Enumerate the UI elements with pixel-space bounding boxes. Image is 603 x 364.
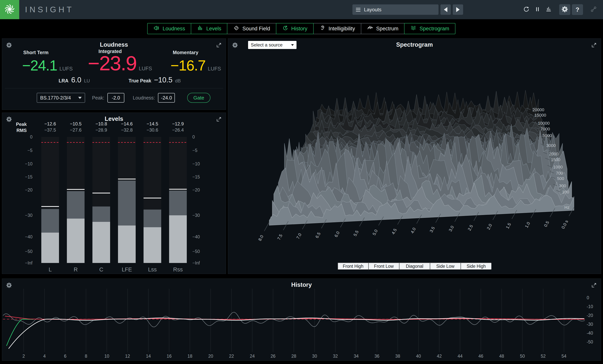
time-label: 2.0 — [486, 223, 493, 230]
soundfield-icon — [233, 25, 240, 33]
freq-label: 300 — [559, 183, 566, 188]
peak-target-line — [144, 142, 161, 143]
panel-title: Loudness — [2, 41, 226, 48]
tab-sound-field[interactable]: Sound Field — [227, 23, 276, 34]
time-label: 3.0 — [448, 225, 455, 232]
true-peak-unit: dB — [175, 78, 181, 84]
peak-hold-line — [41, 206, 59, 207]
time-label: 5.5 — [353, 229, 359, 237]
channel-label-Lss: Lss — [139, 266, 166, 273]
tab-spectrum[interactable]: Spectrum — [361, 23, 405, 34]
history-x-label: 36 — [371, 354, 383, 359]
peak-value-L: −12.6 — [37, 121, 64, 126]
time-label: 7.0 — [295, 232, 302, 240]
meter-LFE[interactable] — [118, 137, 136, 263]
view-button-front-low[interactable]: Front Low — [368, 262, 399, 270]
intelligibility-icon — [319, 25, 326, 33]
db-tick-label: −50 — [192, 249, 212, 254]
meter-body — [169, 191, 187, 215]
signal-chain-button[interactable] — [588, 4, 599, 15]
meter-Rss[interactable] — [169, 137, 187, 263]
layout-prev-button[interactable] — [441, 4, 451, 15]
layouts-label: Layouts — [364, 7, 382, 13]
tab-history[interactable]: History — [276, 23, 313, 34]
reset-meters-button[interactable] — [543, 4, 554, 15]
momentary-label: Momentary — [173, 50, 198, 55]
time-label: 6.0 — [333, 230, 340, 238]
help-icon: ? — [576, 6, 579, 13]
tab-loudness[interactable]: Loudness — [147, 23, 191, 34]
hamburger-icon — [356, 8, 360, 11]
settings-button[interactable] — [559, 4, 570, 15]
channel-label-C: C — [88, 266, 115, 273]
freq-label: 2000 — [549, 152, 558, 156]
tab-bar: LoudnessLevelsSound FieldHistoryIntellig… — [0, 23, 603, 34]
db-tick-label: −40 — [192, 234, 212, 239]
history-icon — [282, 25, 289, 33]
time-label: 4.5 — [391, 228, 398, 235]
expand-icon[interactable] — [590, 41, 598, 49]
source-select[interactable]: Select a source — [248, 41, 297, 49]
previous-icon — [444, 7, 447, 12]
peak-value-Rss: −12.9 — [164, 121, 191, 126]
reset-button[interactable] — [521, 4, 532, 15]
meter-R[interactable] — [67, 137, 84, 263]
db-tick-label: −20 — [192, 187, 212, 193]
time-label: 4.0 — [410, 227, 417, 234]
expand-icon[interactable] — [215, 115, 223, 123]
history-x-label: 10 — [101, 354, 113, 359]
help-button[interactable]: ? — [572, 4, 583, 15]
peak-input[interactable] — [107, 93, 124, 102]
peak-hold-line — [169, 189, 187, 190]
rms-value-R: −27.6 — [62, 127, 89, 133]
source-select-value: Select a source — [251, 42, 282, 48]
layout-next-button[interactable] — [453, 4, 463, 15]
history-y-label: -50 — [587, 339, 593, 345]
tab-levels[interactable]: Levels — [191, 23, 227, 34]
integrated-value-group: −23.9 LUFS — [88, 52, 152, 75]
freq-label: 1500 — [551, 157, 560, 162]
history-gridlines — [24, 289, 564, 352]
db-tick-label: −20 — [13, 187, 33, 193]
peak-target-line — [41, 142, 59, 143]
lra-value: 6.0 — [71, 76, 81, 84]
history-x-label: 40 — [413, 354, 424, 359]
view-button-side-low[interactable]: Side Low — [430, 262, 461, 270]
peak-value-C: −10.8 — [88, 121, 115, 126]
time-label: 7.5 — [276, 233, 283, 241]
pause-button[interactable] — [532, 4, 543, 15]
izotope-logo-icon — [4, 3, 16, 16]
layouts-dropdown[interactable]: Layouts — [352, 4, 439, 15]
time-label: 3.5 — [429, 226, 436, 233]
expand-icon[interactable] — [590, 281, 598, 289]
history-y-label: -20 — [587, 313, 593, 318]
true-peak-group: True Peak −10.5 dB — [128, 76, 181, 84]
tab-intelligibility[interactable]: Intelligibility — [313, 23, 361, 34]
meter-body — [67, 191, 84, 219]
view-buttons: Front HighFront LowDiagonalSide LowSide … — [338, 262, 491, 270]
history-x-label: 32 — [330, 354, 341, 359]
history-x-label: 44 — [454, 354, 466, 359]
view-button-side-high[interactable]: Side High — [461, 262, 491, 270]
meter-C[interactable] — [93, 137, 110, 263]
freq-label: 1000 — [553, 165, 563, 170]
signal-chain-icon — [590, 6, 597, 14]
meter-L[interactable] — [41, 137, 59, 263]
spectrogram-icon — [410, 25, 417, 33]
freq-label: 20000 — [533, 107, 544, 112]
channel-label-LFE: LFE — [113, 266, 140, 273]
expand-icon[interactable] — [215, 41, 223, 49]
meter-Lss[interactable] — [144, 137, 161, 263]
history-x-label: 2 — [18, 354, 29, 359]
view-button-front-high[interactable]: Front High — [338, 262, 368, 270]
levels-icon — [197, 25, 204, 33]
standard-dropdown[interactable]: BS.1770-2/3/4 — [37, 93, 85, 103]
loudness-controls: BS.1770-2/3/4 Peak: Loudness: Gate — [37, 93, 210, 103]
freq-label: 3000 — [546, 143, 556, 148]
view-button-diagonal[interactable]: Diagonal — [399, 262, 430, 270]
tab-spectrogram[interactable]: Spectrogram — [404, 23, 455, 34]
loudness-target-input[interactable] — [158, 93, 175, 102]
short-term-series — [9, 318, 584, 349]
gate-button[interactable]: Gate — [187, 93, 210, 103]
peak-target-line — [67, 142, 84, 143]
